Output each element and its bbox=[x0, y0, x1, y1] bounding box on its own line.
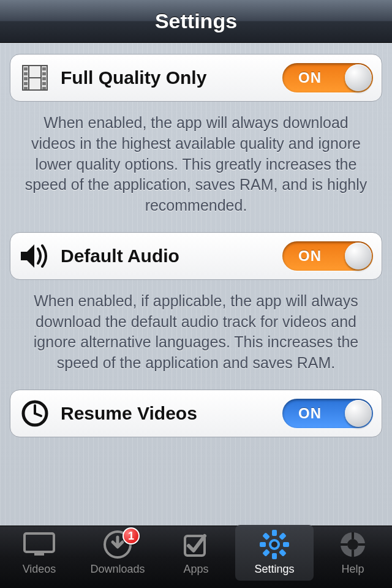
svg-rect-22 bbox=[272, 530, 277, 536]
svg-rect-25 bbox=[283, 542, 289, 547]
navbar: Settings bbox=[0, 0, 392, 43]
toggle-on-label: ON bbox=[298, 247, 322, 265]
gear-icon bbox=[259, 529, 290, 560]
checkbox-icon bbox=[181, 529, 211, 560]
lifebuoy-icon bbox=[338, 529, 368, 560]
downloads-badge: 1 bbox=[123, 527, 140, 545]
toggle-default-audio[interactable]: ON bbox=[282, 241, 373, 271]
svg-rect-27 bbox=[262, 549, 270, 557]
svg-rect-23 bbox=[272, 553, 277, 559]
page-title: Settings bbox=[155, 9, 237, 33]
svg-rect-26 bbox=[279, 532, 287, 540]
row-full-quality-desc: When enabled, the app will always downlo… bbox=[10, 102, 382, 232]
svg-rect-11 bbox=[42, 77, 46, 80]
row-resume-videos-label: Resume Videos bbox=[61, 403, 273, 424]
row-default-audio-label: Default Audio bbox=[61, 246, 273, 266]
toggle-full-quality[interactable]: ON bbox=[282, 63, 373, 92]
svg-rect-7 bbox=[24, 82, 28, 85]
tab-help-label: Help bbox=[341, 563, 364, 576]
svg-rect-24 bbox=[260, 542, 266, 547]
svg-point-30 bbox=[271, 541, 277, 548]
tab-apps[interactable]: Apps bbox=[157, 526, 235, 588]
svg-rect-10 bbox=[42, 72, 46, 75]
tabbar: Videos 1 Downloads Apps bbox=[0, 526, 392, 588]
row-full-quality-label: Full Quality Only bbox=[61, 67, 273, 88]
svg-rect-12 bbox=[42, 82, 46, 85]
toggle-knob bbox=[345, 400, 372, 427]
svg-rect-4 bbox=[24, 67, 28, 70]
settings-content: Full Quality Only ON When enabled, the a… bbox=[0, 43, 392, 526]
row-full-quality: Full Quality Only ON bbox=[10, 54, 382, 102]
tab-videos[interactable]: Videos bbox=[0, 526, 78, 588]
toggle-knob bbox=[345, 243, 372, 270]
row-default-audio: Default Audio ON bbox=[10, 232, 382, 280]
tab-downloads-label: Downloads bbox=[90, 563, 145, 576]
svg-rect-28 bbox=[262, 532, 270, 540]
svg-rect-13 bbox=[42, 87, 46, 89]
tab-downloads[interactable]: 1 Downloads bbox=[78, 526, 157, 588]
svg-line-16 bbox=[35, 413, 41, 416]
toggle-on-label: ON bbox=[298, 405, 322, 422]
svg-rect-8 bbox=[24, 87, 28, 89]
tv-icon bbox=[22, 529, 56, 560]
tab-settings-label: Settings bbox=[254, 563, 294, 576]
svg-point-32 bbox=[347, 539, 358, 550]
tab-apps-label: Apps bbox=[183, 563, 208, 576]
tab-help[interactable]: Help bbox=[314, 526, 392, 588]
toggle-on-label: ON bbox=[298, 69, 322, 86]
clock-icon bbox=[19, 399, 51, 428]
row-default-audio-desc: When enabled, if applicable, the app wil… bbox=[10, 280, 382, 390]
svg-rect-17 bbox=[24, 533, 54, 552]
svg-rect-6 bbox=[24, 77, 28, 80]
toggle-resume-videos[interactable]: ON bbox=[282, 399, 373, 428]
tab-settings[interactable]: Settings bbox=[235, 526, 314, 588]
svg-rect-18 bbox=[34, 553, 44, 556]
toggle-knob bbox=[345, 64, 372, 91]
svg-rect-9 bbox=[42, 67, 46, 70]
film-icon bbox=[19, 64, 51, 92]
svg-rect-29 bbox=[279, 549, 287, 557]
download-icon: 1 bbox=[103, 529, 132, 560]
row-resume-videos: Resume Videos ON bbox=[10, 390, 382, 437]
svg-rect-5 bbox=[24, 72, 28, 75]
speaker-icon bbox=[19, 243, 51, 270]
tab-videos-label: Videos bbox=[23, 563, 56, 576]
